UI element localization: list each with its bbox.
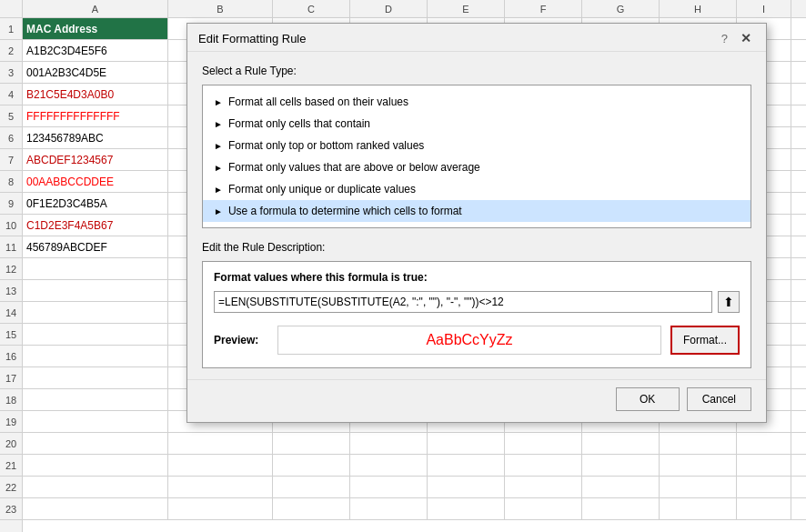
cell-j6[interactable] <box>791 127 806 148</box>
cell-j1[interactable] <box>791 18 806 39</box>
row-num-16: 16 <box>0 346 22 367</box>
rule-item-5[interactable]: ► Use a formula to determine which cells… <box>203 200 751 222</box>
dialog-body: Select a Rule Type: ► Format all cells b… <box>187 52 766 379</box>
rule-arrow-5: ► <box>214 206 223 216</box>
header-spacer <box>0 0 23 17</box>
formula-input-row: ⬆ <box>214 291 740 313</box>
row-num-22: 22 <box>0 477 22 498</box>
rule-item-label-4: Format only unique or duplicate values <box>228 183 416 196</box>
cell-j2[interactable] <box>791 40 806 61</box>
row-num-9: 9 <box>0 193 22 215</box>
preview-sample-text: AaBbCcYyZz <box>426 332 512 348</box>
rule-arrow-1: ► <box>214 119 223 129</box>
row-num-12: 12 <box>0 258 22 280</box>
cell-a7[interactable]: ABCDEF1234567 <box>23 149 168 170</box>
cell-j5[interactable] <box>791 105 806 126</box>
table-row <box>23 498 806 520</box>
rule-type-box: ► Format all cells based on their values… <box>202 85 751 228</box>
close-icon[interactable]: ✕ <box>737 31 755 45</box>
cell-j10[interactable] <box>791 215 806 236</box>
row-num-18: 18 <box>0 389 22 411</box>
row-num-21: 21 <box>0 455 22 477</box>
rule-item-0[interactable]: ► Format all cells based on their values <box>203 91 751 113</box>
rule-item-label-3: Format only values that are above or bel… <box>228 161 480 174</box>
rule-item-4[interactable]: ► Format only unique or duplicate values <box>203 178 751 200</box>
row-num-20: 20 <box>0 433 22 455</box>
cell-a9[interactable]: 0F1E2D3C4B5A <box>23 193 168 214</box>
col-header-g: G <box>582 0 660 17</box>
col-header-e: E <box>428 0 505 17</box>
rule-arrow-0: ► <box>214 97 223 107</box>
row-num-5: 5 <box>0 105 22 127</box>
cell-a1[interactable]: MAC Address <box>23 18 168 39</box>
cell-j11[interactable] <box>791 236 806 257</box>
cell-j8[interactable] <box>791 171 806 192</box>
format-button[interactable]: Format... <box>670 326 740 355</box>
cell-j9[interactable] <box>791 193 806 214</box>
cell-a2[interactable]: A1B2C3D4E5F6 <box>23 40 168 61</box>
cancel-button[interactable]: Cancel <box>687 387 751 411</box>
table-row <box>23 433 806 455</box>
row-num-10: 10 <box>0 215 22 236</box>
cell-a8[interactable]: 00AABBCCDDEE <box>23 171 168 192</box>
row-headers: 1 2 3 4 5 6 7 8 9 10 11 12 13 14 15 16 1… <box>0 18 23 532</box>
formula-input[interactable] <box>214 291 712 313</box>
rule-item-label-1: Format only cells that contain <box>228 117 370 130</box>
col-header-d: D <box>350 0 428 17</box>
select-rule-type-label: Select a Rule Type: <box>202 65 751 77</box>
row-num-17: 17 <box>0 367 22 389</box>
cell-a3[interactable]: 001A2B3C4D5E <box>23 62 168 83</box>
cell-a4[interactable]: B21C5E4D3A0B0 <box>23 84 168 105</box>
row-num-3: 3 <box>0 62 22 84</box>
cell-a6[interactable]: 123456789ABC <box>23 127 168 148</box>
help-icon[interactable]: ? <box>718 32 731 45</box>
row-num-15: 15 <box>0 324 22 346</box>
preview-box: AaBbCcYyZz <box>277 326 661 355</box>
cell-a10[interactable]: C1D2E3F4A5B67 <box>23 215 168 236</box>
cell-j3[interactable] <box>791 62 806 83</box>
rule-item-3[interactable]: ► Format only values that are above or b… <box>203 156 751 178</box>
cell-a11[interactable]: 456789ABCDEF <box>23 236 168 257</box>
rule-item-label-2: Format only top or bottom ranked values <box>228 139 424 152</box>
col-header-a: A <box>23 0 168 17</box>
row-num-11: 11 <box>0 236 22 258</box>
formula-upload-button[interactable]: ⬆ <box>718 291 740 313</box>
rule-arrow-4: ► <box>214 185 223 195</box>
rule-arrow-2: ► <box>214 141 223 151</box>
col-header-f: F <box>505 0 582 17</box>
formula-box: Format values where this formula is true… <box>202 261 751 368</box>
col-header-c: C <box>273 0 350 17</box>
table-row <box>23 455 806 477</box>
col-header-i: I <box>737 0 791 17</box>
ok-button[interactable]: OK <box>616 387 680 411</box>
row-num-19: 19 <box>0 411 22 433</box>
column-headers: A B C D E F G H I J <box>0 0 806 18</box>
row-num-14: 14 <box>0 302 22 324</box>
row-num-6: 6 <box>0 127 22 149</box>
rule-item-1[interactable]: ► Format only cells that contain <box>203 113 751 135</box>
row-num-23: 23 <box>0 498 22 520</box>
row-num-4: 4 <box>0 84 22 105</box>
rule-item-2[interactable]: ► Format only top or bottom ranked value… <box>203 135 751 156</box>
row-num-8: 8 <box>0 171 22 193</box>
row-num-2: 2 <box>0 40 22 62</box>
rule-item-label-5: Use a formula to determine which cells t… <box>228 205 462 217</box>
dialog-footer: OK Cancel <box>187 379 766 422</box>
rule-desc-label: Edit the Rule Description: <box>202 241 751 254</box>
rule-arrow-3: ► <box>214 163 223 173</box>
cell-a5[interactable]: FFFFFFFFFFFFFF <box>23 105 168 126</box>
row-num-7: 7 <box>0 149 22 171</box>
col-header-j: J <box>791 0 806 17</box>
cell-a12[interactable] <box>23 258 168 279</box>
preview-row: Preview: AaBbCcYyZz Format... <box>214 326 740 355</box>
rule-item-label-0: Format all cells based on their values <box>228 95 408 108</box>
cell-j7[interactable] <box>791 149 806 170</box>
dialog-title: Edit Formatting Rule <box>198 32 307 45</box>
col-header-h: H <box>660 0 737 17</box>
col-header-b: B <box>168 0 273 17</box>
formula-label: Format values where this formula is true… <box>214 271 740 284</box>
row-num-1: 1 <box>0 18 22 40</box>
cell-j4[interactable] <box>791 84 806 105</box>
row-num-13: 13 <box>0 280 22 302</box>
edit-formatting-rule-dialog: Edit Formatting Rule ? ✕ Select a Rule T… <box>186 23 767 423</box>
